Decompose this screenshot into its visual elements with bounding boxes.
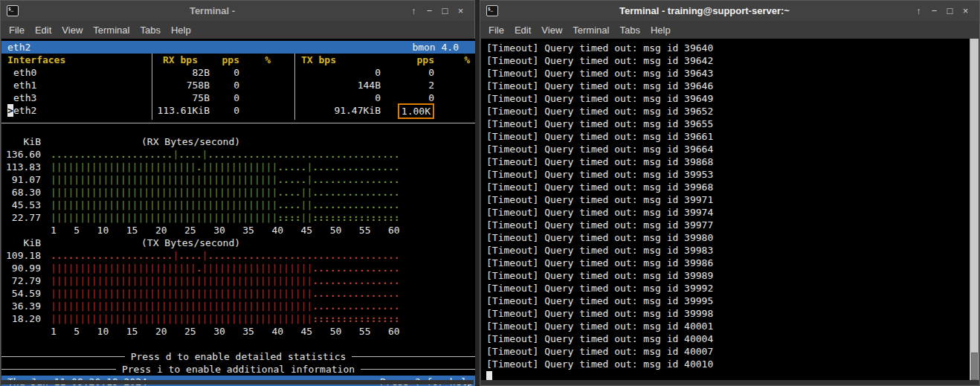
minimize-button[interactable]: − [422,5,437,16]
x-axis: 1 5 10 15 20 25 30 35 40 45 50 55 60 [1,224,475,237]
timeout-line: [Timeout] Query timed out: msg id 39640 [486,42,970,54]
col-tx-pps: pps [382,54,436,66]
col-rx-pps: pps [211,54,241,66]
left-titlebar: $_ Terminal - ↑−□× [1,1,474,21]
y-axis-label: 72.79 [1,274,45,287]
right-window-bottom-border [481,380,979,385]
col-interfaces: Interfaces [1,54,152,66]
rx-graph: KiB (RX Bytes/second) 136.60............… [1,135,475,237]
graph-row: 36.39|||||||||||||||||||||||||||||||||||… [1,300,475,312]
timeout-line: [Timeout] Query timed out: msg id 39649 [486,92,970,105]
tx-graph-title: (TX Bytes/second) [141,237,240,249]
col-tx-pct: % [436,54,471,66]
highlighted-tx-pps: 1.00K [398,103,434,119]
bmon-screen[interactable]: eth2 bmon 4.0 Interfaces RX bps pps % TX… [1,39,475,382]
terminal-icon: $_ [486,5,498,16]
y-axis-label: 91.07 [1,173,45,186]
x-axis: 1 5 10 15 20 25 30 35 40 45 50 55 60 [1,325,475,338]
timeout-line: [Timeout] Query timed out: msg id 39983 [486,244,970,257]
menu-item-edit[interactable]: Edit [509,23,536,37]
timeout-line: [Timeout] Query timed out: msg id 39971 [486,193,970,206]
hint-detailed-stats: Press d to enable detailed statistics [1,350,475,363]
timeout-line: [Timeout] Query timed out: msg id 39655 [486,118,970,130]
table-header-row: Interfaces RX bps pps % TX bps pps % [1,54,475,66]
graph-row: 54.59|||||||||||||||||||||||||||||||||||… [1,287,475,300]
menu-item-edit[interactable]: Edit [30,23,57,37]
scrollbar[interactable] [970,39,979,382]
timeout-line: [Timeout] Query timed out: msg id 39992 [486,282,970,295]
selection-marker: > [7,104,13,117]
y-axis-label: 113.83 [1,161,45,173]
menu-item-file[interactable]: File [483,23,509,37]
scrollbar-thumb[interactable] [971,353,978,380]
close-button[interactable]: × [453,5,468,16]
timeout-line: [Timeout] Query timed out: msg id 39986 [486,257,970,269]
left-window-bottom-border [1,380,474,385]
timeout-line: [Timeout] Query timed out: msg id 40004 [486,332,970,345]
graph-row: 109.18.....................|....|.......… [1,249,475,262]
hint-additional-info: Press i to enable additional information [1,363,475,376]
graph-row: 136.60.....................|....|.......… [1,148,475,161]
graph-row: 90.99|||||||||||||||||||||||||.|||||||||… [1,262,475,274]
maximize-button[interactable]: □ [942,5,958,16]
timeout-lines: [Timeout] Query timed out: msg id 39640[… [486,42,970,370]
interfaces-table-body: eth082B000 eth1758B0144B2 eth375B000>eth… [1,66,475,117]
timeout-line: [Timeout] Query timed out: msg id 39664 [486,143,970,155]
col-rx-pct: % [241,54,294,66]
timeout-line: [Timeout] Query timed out: msg id 39642 [486,54,970,67]
timeout-line: [Timeout] Query timed out: msg id 39995 [486,295,970,307]
right-window-title: Terminal - training@support-server:~ [504,5,905,16]
menu-item-tabs[interactable]: Tabs [614,23,645,37]
table-separator [1,123,475,135]
graph-row: 68.30|||||||||||||||||||||||||||||||||||… [1,186,475,199]
left-terminal-window: $_ Terminal - ↑−□× FileEditViewTerminalT… [0,0,475,386]
y-axis-label: 90.99 [1,262,45,274]
y-axis-label: 54.59 [1,287,45,300]
selection-marker [7,66,13,79]
y-axis-label: 136.60 [1,148,45,161]
timeout-line: [Timeout] Query timed out: msg id 39646 [486,80,970,92]
menu-item-help[interactable]: Help [645,23,676,37]
roll-up-button[interactable]: ↑ [911,5,926,16]
menu-item-terminal[interactable]: Terminal [567,23,614,37]
roll-up-button[interactable]: ↑ [406,5,422,16]
graph-row: 18.20|||||||||||||||||||||||||||||||||||… [1,312,475,325]
menu-item-file[interactable]: File [4,23,30,37]
timeout-line: [Timeout] Query timed out: msg id 40007 [486,345,970,358]
minimize-button[interactable]: − [926,5,942,16]
maximize-button[interactable]: □ [437,5,453,16]
graph-row: 91.07|||||||||||||||||||||||||||||||||||… [1,173,475,186]
menu-item-tabs[interactable]: Tabs [135,23,165,37]
timeout-line: [Timeout] Query timed out: msg id 40001 [486,320,970,332]
timeout-line: [Timeout] Query timed out: msg id 39868 [486,155,970,168]
timeout-line: [Timeout] Query timed out: msg id 39980 [486,231,970,244]
timeout-line: [Timeout] Query timed out: msg id 39953 [486,168,970,181]
timeout-line: [Timeout] Query timed out: msg id 39998 [486,307,970,320]
y-axis-label: 45.53 [1,199,45,211]
timeout-line: [Timeout] Query timed out: msg id 39968 [486,181,970,193]
table-row-eth2: >eth2113.61KiB091.47KiB1.00K [1,104,475,117]
right-window-controls: ↑−□× [911,5,973,16]
right-terminal-screen[interactable]: [Timeout] Query timed out: msg id 39640[… [481,39,970,382]
menu-item-view[interactable]: View [536,23,567,37]
timeout-line: [Timeout] Query timed out: msg id 39661 [486,130,970,143]
col-rx-bps: RX bps [152,54,211,66]
close-button[interactable]: × [958,5,973,16]
timeout-line: [Timeout] Query timed out: msg id 39977 [486,219,970,231]
timeout-line: [Timeout] Query timed out: msg id 39643 [486,67,970,80]
terminal-icon: $_ [7,5,19,16]
timeout-line: [Timeout] Query timed out: msg id 39989 [486,269,970,282]
selection-marker [7,91,13,104]
y-axis-label: 36.39 [1,300,45,312]
menu-item-help[interactable]: Help [166,23,196,37]
timeout-line: [Timeout] Query timed out: msg id 39974 [486,206,970,219]
y-axis-label: 68.30 [1,186,45,199]
selection-marker [7,79,13,91]
table-row-eth0: eth082B000 [1,66,475,79]
menu-item-view[interactable]: View [57,23,88,37]
menu-item-terminal[interactable]: Terminal [88,23,135,37]
rx-unit-label: KiB [1,135,45,148]
tx-unit-label: KiB [1,237,45,249]
bmon-selected-interface: eth2 [7,41,30,54]
table-row-eth3: eth375B000 [1,91,475,104]
